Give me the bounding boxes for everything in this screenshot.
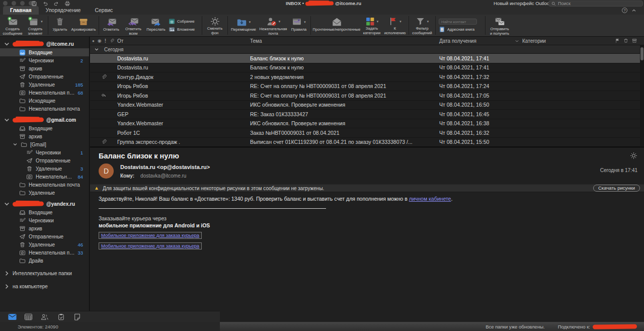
address-book-button[interactable]: Адресная книга bbox=[439, 26, 482, 33]
sender-avatar[interactable]: D bbox=[99, 163, 114, 179]
junk-button[interactable]: ▼ Нежелательная почта bbox=[258, 15, 289, 36]
message-row[interactable]: Контур.Диадок2 новых уведомленияЧт 08.04… bbox=[90, 72, 644, 82]
brightness-icon[interactable] bbox=[629, 151, 638, 160]
message-row[interactable]: Группа экспресс-продаж .Выписан счет 01К… bbox=[90, 138, 644, 147]
contacts-module-icon[interactable] bbox=[40, 313, 49, 320]
list-scrollbar[interactable] bbox=[640, 45, 644, 147]
message-row[interactable]: GEPRE: Заказ 01К33333427Чт 08.04.2021, 1… bbox=[90, 110, 644, 119]
folder-tree-group[interactable]: Интеллектуальные папки bbox=[0, 269, 89, 278]
search-input[interactable] bbox=[558, 1, 633, 6]
folder-item[interactable]: Входящие bbox=[0, 48, 89, 56]
folder-item[interactable]: Входящие bbox=[0, 208, 89, 216]
new-message-button[interactable]: Создать сообщение bbox=[1, 15, 24, 36]
account-link[interactable]: личном кабинете bbox=[409, 196, 451, 202]
app-link-2[interactable]: Мобильное приложение для заказа курьера bbox=[101, 243, 199, 249]
tasks-module-icon[interactable] bbox=[57, 313, 65, 320]
tab-tools[interactable]: Сервис bbox=[88, 6, 120, 15]
date-group-header[interactable]: Сегодня bbox=[90, 45, 644, 54]
folder-item[interactable]: Нежелательная почта bbox=[0, 181, 89, 189]
message-row[interactable]: Dostavista.ruБаланс близок к нулюЧт 08.0… bbox=[90, 63, 644, 73]
folder-item[interactable]: Удаленные3 bbox=[0, 164, 89, 173]
mention-column-icon[interactable]: ◉ bbox=[98, 38, 102, 43]
categorize-button[interactable]: ▼ Задать категории bbox=[361, 15, 383, 36]
send-receive-button[interactable]: Отправить и получить bbox=[487, 15, 512, 36]
download-pictures-button[interactable]: Скачать рисунки bbox=[593, 185, 640, 192]
column-from[interactable]: От bbox=[117, 38, 250, 44]
folder-tree-group[interactable]: на компьютере bbox=[0, 282, 89, 291]
filter-button[interactable]: ▼ Фильтр сообщений bbox=[411, 15, 434, 36]
folder-item[interactable]: Удаленные185 bbox=[0, 80, 89, 89]
folder-item[interactable]: Отправленные bbox=[0, 72, 89, 80]
folder-item[interactable]: Нежелательная почта bbox=[0, 105, 89, 113]
account-header[interactable]: @itcome.ru bbox=[0, 40, 89, 48]
priority-column-icon[interactable]: ! bbox=[105, 38, 106, 44]
attachment-button[interactable]: Вложение bbox=[169, 26, 199, 33]
list-scrollbar-thumb[interactable] bbox=[640, 47, 643, 60]
column-subject[interactable]: Тема bbox=[250, 38, 439, 44]
follow-up-button[interactable]: ▼ К исполнению bbox=[383, 15, 407, 36]
collapse-ribbon-icon[interactable] bbox=[631, 8, 636, 13]
message-row[interactable]: Yandex.WebmasterИКС обновился. Проверьте… bbox=[90, 119, 644, 129]
calendar-module-icon[interactable] bbox=[24, 313, 33, 320]
notes-module-icon[interactable] bbox=[73, 313, 82, 320]
sort-chevron-icon[interactable] bbox=[515, 39, 519, 43]
folder-item[interactable]: [Gmail] bbox=[0, 140, 89, 148]
change-background-button[interactable]: Сменить фон bbox=[204, 15, 226, 36]
column-categories[interactable]: Категории bbox=[522, 38, 546, 44]
header-archive-icon[interactable] bbox=[632, 38, 637, 43]
folder-item[interactable]: Входящие bbox=[0, 124, 89, 132]
app-link-1[interactable]: Мобильное приложение для заказа курьера bbox=[101, 232, 199, 238]
window-zoom-button[interactable] bbox=[20, 1, 25, 6]
reply-all-button[interactable]: Ответить всем bbox=[122, 15, 145, 36]
folder-item[interactable]: Драйв bbox=[0, 257, 89, 265]
window-minimize-button[interactable] bbox=[12, 1, 16, 6]
folder-item[interactable]: архив bbox=[0, 64, 89, 72]
meeting-button[interactable]: Собрание bbox=[169, 18, 199, 25]
window-close-button[interactable] bbox=[3, 1, 8, 6]
account-header[interactable]: @yandex.ru bbox=[0, 200, 89, 208]
folder-item[interactable]: Удаленные bbox=[0, 189, 89, 197]
column-date[interactable]: Дата получения bbox=[439, 38, 515, 44]
read-status-column-icon[interactable]: ● bbox=[92, 39, 95, 43]
move-button[interactable]: ▼ Перемещение bbox=[229, 15, 258, 36]
mail-module-icon[interactable] bbox=[8, 313, 17, 320]
message-row[interactable]: Робот 1СЗаказ №НВТ00009031 от 08.04.2021… bbox=[90, 128, 644, 138]
new-item-button[interactable]: ▼ Создать элемент bbox=[24, 15, 46, 36]
delete-button[interactable]: Удалить bbox=[50, 15, 70, 36]
to-address[interactable]: dostavka@itcome.ru bbox=[140, 173, 186, 179]
folder-item[interactable]: архив bbox=[0, 224, 89, 232]
folder-item[interactable]: Черновики bbox=[0, 216, 89, 224]
save-icon[interactable] bbox=[31, 1, 37, 7]
forward-button[interactable]: Переслать bbox=[145, 15, 167, 36]
print-icon[interactable] bbox=[64, 1, 70, 7]
message-row[interactable]: Yandex.WebmasterИКС обновился. Проверьте… bbox=[90, 101, 644, 110]
folder-item[interactable]: Нежелательная почта84 bbox=[0, 173, 89, 181]
reply-button[interactable]: Ответить bbox=[101, 15, 122, 36]
archive-button[interactable]: Архивировать bbox=[70, 15, 97, 36]
folder-item[interactable]: Нежелательная почта33 bbox=[0, 249, 89, 257]
undo-icon[interactable] bbox=[42, 1, 48, 7]
tab-organize[interactable]: Упорядочение bbox=[39, 6, 88, 15]
folder-item[interactable]: Отправленные bbox=[0, 156, 89, 164]
folder-item[interactable]: Нежелательная почта68 bbox=[0, 89, 89, 97]
tab-home[interactable]: Главная bbox=[3, 6, 39, 15]
folder-item[interactable]: архив bbox=[0, 132, 89, 140]
folder-item[interactable]: Черновики1 bbox=[0, 148, 89, 156]
account-header[interactable]: @gmail.com bbox=[0, 116, 89, 124]
email-from[interactable]: Dostavista.ru <op@dostavista.ru> bbox=[120, 164, 210, 170]
attachment-column-icon[interactable] bbox=[109, 38, 114, 43]
message-row[interactable]: Dostavista.ruБаланс близок к нулюЧт 08.0… bbox=[90, 54, 644, 63]
help-button[interactable]: ? bbox=[622, 8, 627, 13]
search-box[interactable] bbox=[548, 1, 643, 7]
folder-item[interactable]: Отправленные bbox=[0, 232, 89, 240]
message-row[interactable]: Игорь РябовRE: Счет на оплату № НВТ00009… bbox=[90, 91, 644, 101]
folder-item[interactable]: Удаленные46 bbox=[0, 240, 89, 249]
rules-button[interactable]: ▼ Правила bbox=[289, 15, 309, 36]
header-delete-icon[interactable] bbox=[623, 38, 628, 43]
redo-icon[interactable] bbox=[53, 1, 59, 7]
folder-item[interactable]: Исходящие bbox=[0, 97, 89, 105]
message-row[interactable]: Игорь РябовRE: Счет на оплату № НВТ00009… bbox=[90, 82, 644, 92]
folder-item[interactable]: Черновики2 bbox=[0, 56, 89, 64]
read-unread-button[interactable]: Прочтенные/непрочтенные bbox=[312, 15, 361, 36]
find-contact-input[interactable]: Найти контакт bbox=[439, 19, 477, 25]
